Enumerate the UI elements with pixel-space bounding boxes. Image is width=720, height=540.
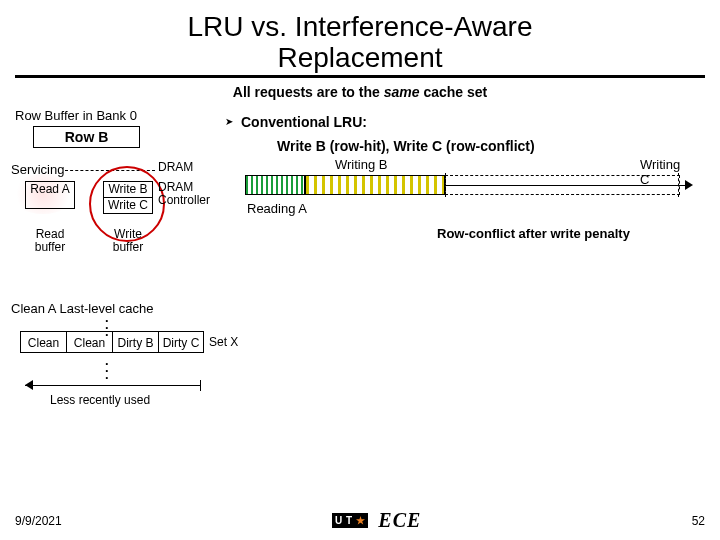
dots-bottom-icon: ... — [105, 357, 109, 378]
cache-cell-2: Dirty B — [112, 331, 158, 353]
lru-subbullet: Write B (row-hit), Write C (row-conflict… — [277, 138, 535, 154]
dram-label: DRAM — [158, 160, 193, 174]
timeline: Reading A Writing B Writing C — [245, 171, 665, 201]
ece-text: ECE — [378, 509, 421, 532]
dram-controller-label: DRAMController — [158, 181, 210, 209]
label-reading-a: Reading A — [247, 201, 307, 216]
cache-set-row: Clean Clean Dirty B Dirty C — [20, 331, 204, 353]
timeline-tick-1 — [445, 173, 447, 197]
lru-arrow-line — [25, 385, 200, 386]
conventional-lru-bullet: ➤Conventional LRU: — [225, 114, 367, 130]
bullet-icon: ➤ — [225, 116, 233, 127]
bullet-text: Conventional LRU: — [241, 114, 367, 130]
read-a-box: Read A — [25, 181, 75, 209]
footer-logo: U T ★ ECE — [332, 509, 421, 532]
row-conflict-label: Row-conflict after write penalty — [437, 226, 630, 241]
row-buffer-box: Row B — [33, 126, 140, 148]
lru-arrowhead-icon — [25, 380, 33, 390]
write-buffer-label: Writebuffer — [103, 228, 153, 254]
subtitle-pre: All requests are to the — [233, 84, 384, 100]
segment-reading-a — [245, 175, 305, 195]
title-line1: LRU vs. Interference-Aware — [188, 11, 533, 42]
dram-text: DRAM — [158, 180, 193, 194]
title-line2: Replacement — [278, 42, 443, 73]
last-level-cache-label: Clean A Last-level cache — [11, 301, 153, 316]
subtitle: All requests are to the same cache set — [15, 84, 705, 100]
lru-arrow-tick — [200, 380, 201, 391]
subtitle-em: same — [384, 84, 420, 100]
row-buffer-label: Row Buffer in Bank 0 — [15, 108, 137, 123]
less-recently-used-arrow — [25, 378, 205, 394]
page-number: 52 — [692, 514, 705, 528]
timeline-arrowhead-icon — [685, 180, 693, 190]
ut-logo-icon: U T ★ — [332, 513, 368, 528]
subtitle-post: cache set — [420, 84, 488, 100]
diagram-area: Row Buffer in Bank 0 Row B Servicing DRA… — [15, 106, 705, 456]
segment-writing-b — [305, 175, 445, 195]
footer-date: 9/9/2021 — [15, 514, 62, 528]
slide-footer: 9/9/2021 U T ★ ECE 52 — [15, 509, 705, 532]
less-recently-used-label: Less recently used — [50, 393, 150, 407]
slide-title: LRU vs. Interference-Aware Replacement — [15, 12, 705, 78]
label-writing-c: Writing C — [640, 157, 680, 187]
cache-cell-0: Clean — [20, 331, 66, 353]
cache-cell-3: Dirty C — [158, 331, 204, 353]
label-writing-b: Writing B — [335, 157, 388, 172]
read-buffer-label: Readbuffer — [25, 228, 75, 254]
set-x-label: Set X — [209, 335, 238, 349]
cache-cell-1: Clean — [66, 331, 112, 353]
